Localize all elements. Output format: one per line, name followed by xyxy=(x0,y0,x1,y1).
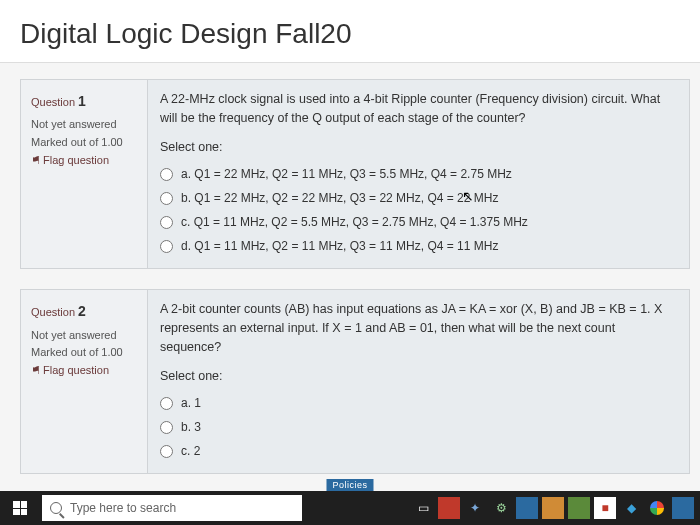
question-1-prompt: A 22-MHz clock signal is used into a 4-b… xyxy=(160,90,677,128)
question-1: Question 1 Not yet answered Marked out o… xyxy=(20,79,690,269)
option-a-text: a. 1 xyxy=(181,394,201,412)
question-2-meta: Question 2 Not yet answered Marked out o… xyxy=(20,289,148,474)
flag-icon: ⚑ xyxy=(31,152,41,170)
radio-d[interactable] xyxy=(160,240,173,253)
question-1-meta: Question 1 Not yet answered Marked out o… xyxy=(20,79,148,269)
tray-app-7[interactable]: ■ xyxy=(594,497,616,519)
select-one-label: Select one: xyxy=(160,367,677,386)
start-button[interactable] xyxy=(6,494,34,522)
radio-b[interactable] xyxy=(160,421,173,434)
flag-question-link[interactable]: ⚑Flag question xyxy=(31,152,137,170)
option-c[interactable]: c. Q1 = 11 MHz, Q2 = 5.5 MHz, Q3 = 2.75 … xyxy=(160,210,677,234)
marked-value: 1.00 xyxy=(101,136,122,148)
question-status: Not yet answered xyxy=(31,116,137,134)
tray-app-8[interactable]: ◆ xyxy=(620,497,642,519)
option-c-text: c. 2 xyxy=(181,442,200,460)
flag-question-link[interactable]: ⚑Flag question xyxy=(31,362,137,380)
flag-icon: ⚑ xyxy=(31,362,41,380)
question-number: 1 xyxy=(78,93,86,109)
tray-app-3[interactable]: ⚙ xyxy=(490,497,512,519)
search-icon xyxy=(50,502,62,514)
question-number: 2 xyxy=(78,303,86,319)
tray-app-9[interactable] xyxy=(646,497,668,519)
task-view-icon[interactable]: ▭ xyxy=(412,497,434,519)
question-2-prompt: A 2-bit counter counts (AB) has input eq… xyxy=(160,300,677,356)
marked-value: 1.00 xyxy=(101,346,122,358)
radio-c[interactable] xyxy=(160,216,173,229)
tray-app-10[interactable] xyxy=(672,497,694,519)
tray-app-4[interactable] xyxy=(516,497,538,519)
question-label: Question xyxy=(31,306,75,318)
question-1-body: A 22-MHz clock signal is used into a 4-b… xyxy=(148,79,690,269)
option-c[interactable]: c. 2 xyxy=(160,439,677,463)
option-a[interactable]: a. 1 xyxy=(160,391,677,415)
option-d[interactable]: d. Q1 = 11 MHz, Q2 = 11 MHz, Q3 = 11 MHz… xyxy=(160,234,677,258)
option-a-text: a. Q1 = 22 MHz, Q2 = 11 MHz, Q3 = 5.5 MH… xyxy=(181,165,512,183)
question-2-body: A 2-bit counter counts (AB) has input eq… xyxy=(148,289,690,474)
page-title: Digital Logic Design Fall20 xyxy=(0,0,700,63)
option-b-text: b. 3 xyxy=(181,418,201,436)
radio-b[interactable] xyxy=(160,192,173,205)
windows-icon xyxy=(13,501,27,515)
question-label: Question xyxy=(31,96,75,108)
search-placeholder: Type here to search xyxy=(70,501,176,515)
question-status: Not yet answered xyxy=(31,327,137,345)
option-b-text: b. Q1 = 22 MHz, Q2 = 22 MHz, Q3 = 22 MHz… xyxy=(181,189,498,207)
radio-a[interactable] xyxy=(160,397,173,410)
system-tray: ▭ ✦ ⚙ ■ ◆ xyxy=(412,497,694,519)
tray-app-1[interactable] xyxy=(438,497,460,519)
option-a[interactable]: a. Q1 = 22 MHz, Q2 = 11 MHz, Q3 = 5.5 MH… xyxy=(160,162,677,186)
radio-c[interactable] xyxy=(160,445,173,458)
tray-app-5[interactable] xyxy=(542,497,564,519)
taskbar: Type here to search ▭ ✦ ⚙ ■ ◆ xyxy=(0,491,700,525)
search-box[interactable]: Type here to search xyxy=(42,495,302,521)
option-c-text: c. Q1 = 11 MHz, Q2 = 5.5 MHz, Q3 = 2.75 … xyxy=(181,213,528,231)
tray-app-2[interactable]: ✦ xyxy=(464,497,486,519)
marked-label: Marked out of xyxy=(31,346,98,358)
select-one-label: Select one: xyxy=(160,138,677,157)
option-b[interactable]: b. 3 xyxy=(160,415,677,439)
radio-a[interactable] xyxy=(160,168,173,181)
marked-label: Marked out of xyxy=(31,136,98,148)
quiz-content: Question 1 Not yet answered Marked out o… xyxy=(0,63,700,493)
tray-app-6[interactable] xyxy=(568,497,590,519)
policies-tab[interactable]: Policies xyxy=(326,479,373,491)
question-2: Question 2 Not yet answered Marked out o… xyxy=(20,289,690,474)
option-d-text: d. Q1 = 11 MHz, Q2 = 11 MHz, Q3 = 11 MHz… xyxy=(181,237,498,255)
option-b[interactable]: b. Q1 = 22 MHz, Q2 = 22 MHz, Q3 = 22 MHz… xyxy=(160,186,677,210)
